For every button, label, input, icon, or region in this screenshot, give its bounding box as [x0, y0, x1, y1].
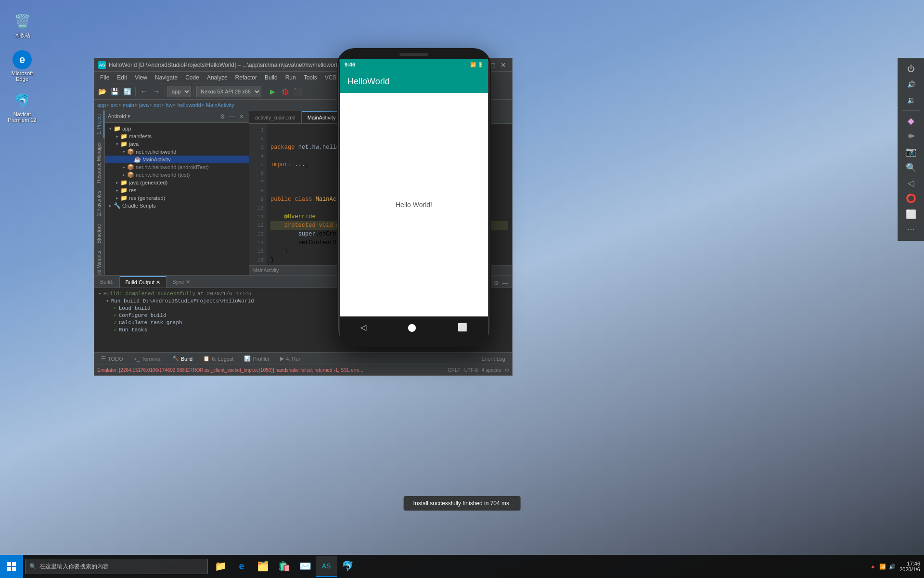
asst-diamond-btn[interactable]: ◆ — [902, 114, 920, 128]
tree-item-androidtest[interactable]: ▸ 📦 net.hw.helloworld (androidTest) — [105, 163, 249, 171]
nav-hw[interactable]: hw — [166, 102, 172, 108]
phone-time: 9:46 — [345, 62, 355, 67]
tree-item-test[interactable]: ▸ 📦 net.hw.helloworld (test) — [105, 171, 249, 179]
toolbar-debug-btn[interactable]: 🐞 — [279, 86, 291, 97]
toolbar-open-folder[interactable]: 📂 — [96, 86, 108, 97]
appbar-terminal[interactable]: >_Terminal — [129, 355, 167, 363]
phone-back-btn[interactable]: ◁ — [360, 323, 366, 332]
menu-tools[interactable]: Tools — [300, 73, 321, 82]
tree-item-java[interactable]: ▾ 📁 java — [105, 140, 249, 148]
bottom-tab-build-output[interactable]: Build Output ✕ — [120, 276, 167, 288]
editor-tab-mainactivity[interactable]: MainActivity — [302, 111, 342, 123]
asst-draw-btn[interactable]: ✏ — [902, 129, 920, 144]
taskbar-folder[interactable]: 🗂️ — [252, 556, 273, 577]
panel-close-btn[interactable]: ✕ — [237, 112, 246, 121]
phone-home-btn[interactable]: ⬤ — [408, 323, 416, 332]
tree-item-java-generated[interactable]: ▸ 📁 java (generated) — [105, 179, 249, 186]
editor-tab-xml[interactable]: activity_main.xml — [249, 111, 302, 123]
asst-zoom-btn[interactable]: 🔍 — [902, 160, 920, 175]
asst-more-btn[interactable]: ··· — [902, 223, 920, 237]
desktop-icon-edge[interactable]: e Microsoft Edge — [5, 48, 39, 84]
menu-refactor[interactable]: Refactor — [231, 73, 261, 82]
bottom-gear-btn[interactable]: ⚙ — [492, 279, 500, 288]
nav-app[interactable]: app — [97, 102, 106, 108]
taskbar-edge[interactable]: e — [231, 556, 252, 577]
taskbar-store[interactable]: 🛍️ — [273, 556, 295, 577]
tree-item-mainactivity[interactable]: ☕ MainActivity — [105, 156, 249, 163]
toolbar-run-btn[interactable]: ▶ — [267, 86, 278, 97]
sidebar-tab-resource[interactable]: Resource Manager — [94, 138, 104, 187]
panel-collapse-btn[interactable]: — — [228, 112, 236, 121]
toolbar-stop-btn[interactable]: ⬛ — [292, 86, 303, 97]
phone-recent-btn[interactable]: ⬜ — [458, 323, 467, 332]
menu-code[interactable]: Code — [181, 73, 203, 82]
nav-main[interactable]: main — [123, 102, 134, 108]
tree-item-res[interactable]: ▸ 📁 res — [105, 186, 249, 194]
appbar-build[interactable]: 🔨Build — [167, 355, 197, 363]
search-placeholder-text: 在这里输入你要搜索的内容 — [39, 563, 109, 571]
asst-power-btn[interactable]: ⏻ — [902, 62, 920, 76]
toolbar-sync[interactable]: 🔄 — [121, 86, 133, 97]
appbar-todo[interactable]: ☰TODO — [96, 355, 128, 363]
nav-helloworld[interactable]: helloworld — [177, 102, 201, 108]
taskbar-date: 2020/1/6 — [899, 566, 920, 572]
asst-camera-btn[interactable]: 📷 — [902, 144, 920, 159]
asst-square-btn[interactable]: ⬜ — [902, 207, 920, 221]
close-button[interactable]: ✕ — [499, 60, 508, 70]
asst-volume-up-btn[interactable]: 🔊 — [902, 77, 920, 92]
taskbar-mail[interactable]: ✉️ — [295, 556, 316, 577]
appbar-logcat[interactable]: 📋6: Logcat — [198, 355, 238, 363]
menu-file[interactable]: File — [96, 73, 113, 82]
taskbar-file-explorer[interactable]: 📁 — [210, 556, 231, 577]
asst-volume-down-btn[interactable]: 🔉 — [902, 93, 920, 107]
menu-edit[interactable]: Edit — [113, 73, 131, 82]
bottom-tab-build[interactable]: Build: — [94, 276, 120, 288]
taskbar-time: 17:46 — [899, 561, 920, 566]
nav-net[interactable]: net — [154, 102, 161, 108]
desktop-icon-navicat[interactable]: 🐬 Navicat Premium 12 — [5, 89, 39, 125]
sidebar-tab-favorites[interactable]: 2: Favorites — [94, 187, 104, 220]
nav-java[interactable]: java — [139, 102, 149, 108]
toolbar-back[interactable]: ← — [138, 86, 150, 97]
asst-back-btn[interactable]: ◁ — [902, 176, 920, 190]
module-selector[interactable]: app — [167, 86, 191, 97]
panel-gear-btn[interactable]: ⚙ — [218, 112, 227, 121]
editor-file-name: MainActivity — [253, 268, 279, 273]
phone-status-bar: 9:46 📶🔋 — [340, 59, 488, 70]
status-error-text: Emulator: [2264:15176:0106/174602.088:ER… — [97, 368, 444, 373]
menu-view[interactable]: View — [131, 73, 151, 82]
tree-item-package[interactable]: ▾ 📦 net.hw.helloworld — [105, 148, 249, 156]
toolbar-save[interactable]: 💾 — [109, 86, 120, 97]
menu-run[interactable]: Run — [282, 73, 300, 82]
desktop-icon-recycle[interactable]: 🗑️ 回收站 — [5, 10, 39, 41]
nav-src[interactable]: src — [111, 102, 118, 108]
taskbar-clock[interactable]: 17:46 2020/1/6 — [899, 561, 924, 572]
menu-navigate[interactable]: Navigate — [151, 73, 181, 82]
sidebar-tab-structure[interactable]: Structure — [94, 220, 104, 248]
nav-mainactivity[interactable]: MainActivity — [206, 102, 234, 108]
tree-item-res-generated[interactable]: ▸ 📁 res (generated) — [105, 194, 249, 202]
taskbar-search-box[interactable]: 🔍 在这里输入你要搜索的内容 — [25, 559, 208, 574]
appbar-run[interactable]: ▶4: Run — [275, 355, 306, 363]
menu-build[interactable]: Build — [261, 73, 282, 82]
menu-analyze[interactable]: Analyze — [203, 73, 231, 82]
tree-item-gradle[interactable]: ▸ 🔧 Gradle Scripts — [105, 202, 249, 210]
taskbar-start-button[interactable] — [0, 555, 23, 578]
appbar-event-log[interactable]: Event Log — [476, 355, 510, 363]
taskbar-app6[interactable]: 🐬 — [337, 556, 358, 577]
appbar-profiler[interactable]: 📊Profiler — [239, 355, 274, 363]
nav-sep2: ▸ — [119, 102, 122, 108]
status-gear-icon[interactable]: ⚙ — [505, 368, 509, 373]
toolbar-forward[interactable]: → — [151, 86, 162, 97]
bottom-minimize-btn[interactable]: — — [500, 279, 509, 288]
sidebar-tab-buildvariants[interactable]: Build Variants — [94, 247, 104, 275]
status-indent: 4 spaces — [482, 368, 501, 373]
taskbar-android-studio[interactable]: AS — [316, 556, 337, 577]
tree-item-manifests[interactable]: ▸ 📁 manifests — [105, 132, 249, 140]
tray-volume-icon: 🔊 — [889, 564, 896, 570]
tree-item-app[interactable]: ▾ 📁 app — [105, 125, 249, 132]
bottom-tab-sync[interactable]: Sync ✕ — [167, 276, 196, 288]
device-selector[interactable]: Nexus 5X API 29 x86 — [196, 86, 261, 97]
sidebar-tab-project[interactable]: 1: Project — [94, 110, 104, 138]
asst-circle-btn[interactable]: ⭕ — [902, 191, 920, 206]
